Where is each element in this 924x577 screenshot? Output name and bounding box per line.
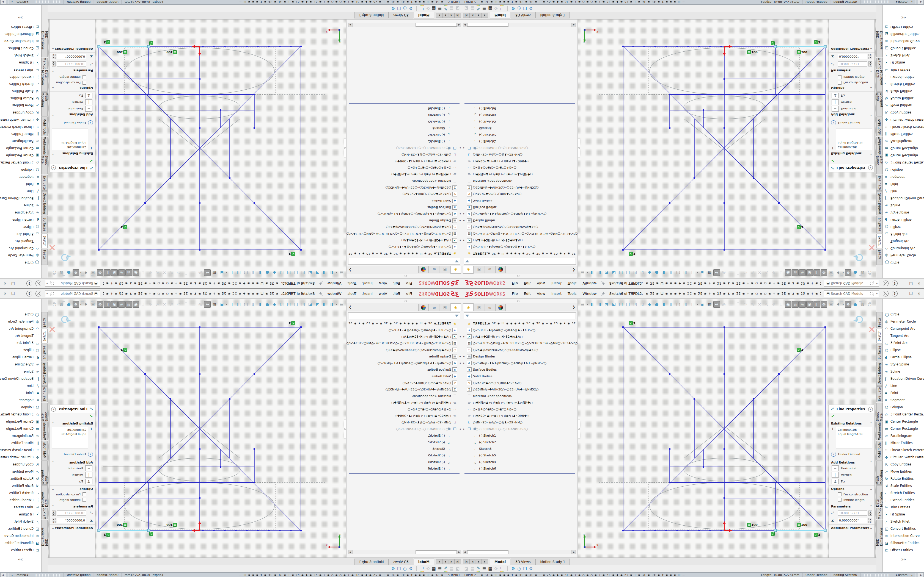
toolbar-icon[interactable]: ✕: [756, 269, 763, 276]
tab-weldments[interactable]: Weldments: [42, 422, 48, 440]
rollback-bar[interactable]: [349, 103, 460, 104]
tool-convert-entities[interactable]: ◱Convert Entities: [0, 525, 41, 532]
tool-perimeter-circle[interactable]: ◎Perimeter Circle: [0, 318, 41, 325]
tree-row[interactable]: ⌞(-)Sketch1: [462, 138, 577, 145]
tree-row[interactable]: ▸▤Design Binder: [347, 353, 462, 359]
rollback-bar[interactable]: [464, 473, 575, 474]
menu-view[interactable]: View: [376, 280, 390, 287]
tool-style-spline[interactable]: ∿Style Spline: [883, 361, 924, 368]
toolbar-icon[interactable]: ⬔: [314, 301, 321, 308]
toolbar-icon[interactable]: ▢: [242, 269, 249, 276]
toolbar-icon[interactable]: ◰: [300, 301, 306, 308]
menu-file[interactable]: File: [404, 280, 415, 287]
options-header[interactable]: Options: [831, 86, 844, 90]
tool-tangent-arc[interactable]: ⌒Tangent Arc: [0, 238, 41, 245]
toolbar-icon[interactable]: ▢: [675, 301, 682, 308]
units-dropdown[interactable]: Custom▴: [893, 573, 916, 577]
restore-button[interactable]: ❐: [11, 281, 15, 285]
view-toolbar-icon[interactable]: ☰: [482, 6, 486, 11]
parameter-input[interactable]: 0.00000000°: [838, 54, 867, 60]
tab-mbd-dimensions[interactable]: MBD Dimensions: [876, 31, 882, 57]
menu-tools[interactable]: Tools: [345, 290, 359, 297]
toolbar-icon[interactable]: ◠: [176, 269, 182, 276]
rollback-bar[interactable]: [349, 473, 460, 474]
tool-stretch-entities[interactable]: ⌐Stretch Entities: [883, 489, 924, 496]
scroll-thumb[interactable]: [467, 550, 509, 554]
additional-parameters-header[interactable]: Additional Parameters: [55, 526, 93, 530]
tool-point[interactable]: ▪Point: [883, 389, 924, 396]
tree-row[interactable]: Σ○25ИN◎∘✚АU¤3Ɛ○∘○Ɛ3¤UА✚∘◎NИ52○: [462, 184, 577, 191]
tool-sketch-fillet[interactable]: ╭Sketch Fillet: [0, 52, 41, 59]
tab-data-migration[interactable]: Data Migration: [42, 485, 48, 507]
tree-row[interactable]: ▱○∙◎✚○*◉І○∘○І◉*○✚◎∙○: [462, 164, 577, 171]
tree-row[interactable]: ☰Material <not specified>: [462, 393, 577, 399]
tool-stretch-entities[interactable]: ⌐Stretch Entities: [0, 489, 41, 496]
menu-file[interactable]: File: [404, 290, 415, 297]
tree-row[interactable]: Σ○25ИN◎∘✚АU¤3Ɛ○∘○Ɛ3¤UА✚∘◎NИ52○: [347, 184, 462, 191]
restore-button[interactable]: ❐: [909, 281, 913, 285]
tree-row[interactable]: ▱○✚ИN◎♟+○*◉І○∘○І◉*○+♟◎NИ✚○: [462, 171, 577, 178]
toolbar-icon[interactable]: ∟: [140, 269, 146, 276]
toolbar-icon[interactable]: ●: [264, 269, 271, 276]
view-toolbar-icon[interactable]: ⚙: [391, 566, 395, 571]
tree-row[interactable]: ▸❒○253ƐИNАU+○∘○+UАNИƐ352○: [347, 145, 462, 152]
parameter-input[interactable]: 0.00000000°: [57, 517, 86, 523]
tab-surfaces[interactable]: Surfaces: [876, 216, 882, 233]
toolbar-icon[interactable]: ✕: [161, 269, 168, 276]
close-button[interactable]: ✕: [918, 281, 921, 285]
toolbar-icon[interactable]: ✎: [749, 301, 756, 308]
tab-configurationmanager[interactable]: ⊕: [485, 266, 495, 273]
view-toolbar-icon[interactable]: ⚙: [409, 566, 412, 571]
tool-intersection-curve[interactable]: ≋Intersection Curve: [0, 532, 41, 539]
tool-offset-entities[interactable]: ⊏Offset Entities: [883, 546, 924, 554]
view-toolbar-icon[interactable]: ∟: [420, 566, 424, 572]
toolbar-icon[interactable]: ▨: [706, 269, 713, 276]
toolbar-icon[interactable]: ▨: [211, 269, 218, 276]
check-badge[interactable]: ✓: [123, 225, 127, 229]
checkbox[interactable]: [838, 75, 842, 79]
tree-row[interactable]: ▥○25✚3Ɛ25○ИN◎∘✚ƆC3ƐUƐ25○∘○52ƐUƐ3CƆ✚∘◎NИ○…: [347, 230, 462, 237]
toolbar-icon[interactable]: ∿: [763, 301, 770, 308]
search-icon[interactable]: [51, 292, 54, 295]
tab-direct-editing[interactable]: Direct Editing: [42, 362, 48, 386]
equal-badge[interactable]: ≡: [123, 523, 127, 527]
tab-evaluate[interactable]: Evaluate: [876, 386, 882, 402]
toolbar-icon[interactable]: ∟: [140, 301, 146, 308]
tab-markup[interactable]: Markup: [876, 508, 882, 519]
tab-data-migration[interactable]: Data Migration: [42, 70, 48, 92]
tool-offset-entities[interactable]: ⊏Offset Entities: [883, 23, 924, 31]
spinner[interactable]: ▲▼: [869, 511, 872, 516]
tab-featuremanager[interactable]: ◈: [451, 266, 461, 274]
scroll-left-icon[interactable]: ◀: [457, 23, 461, 27]
tool-corner-rectangle[interactable]: ▭Corner Rectangle: [0, 425, 41, 432]
tab-markup[interactable]: Markup: [876, 58, 882, 69]
view-toolbar-icon[interactable]: ▦: [488, 6, 492, 11]
tab--[interactable]: ⋮: [876, 259, 882, 265]
check-badge[interactable]: ✓: [797, 348, 801, 352]
tree-row[interactable]: ▸❒○253ƐИNАU+○∘○+UАNИƐ352○: [347, 425, 462, 432]
view-toolbar-icon[interactable]: ◪: [456, 6, 460, 11]
search-dropdown-icon[interactable]: ▾: [47, 292, 49, 295]
tool-center-rectangle[interactable]: ▣Center Rectangle: [0, 418, 41, 425]
tree-row[interactable]: ▸A○25ИN◎∘✚А✚◎ИNА○∘○АNИ◎✚А✚∘◎NИ52○: [347, 211, 462, 218]
view-toolbar-icon[interactable]: ◷: [403, 6, 407, 11]
tree-filter-input[interactable]: [348, 313, 460, 319]
toolbar-icon[interactable]: ▣: [699, 269, 706, 276]
toolbar-icon[interactable]: ◨: [596, 301, 603, 308]
tool-move-entities[interactable]: ↗Move Entities: [883, 468, 924, 475]
toolbar-icon[interactable]: ▮: [661, 301, 667, 308]
toolbar-icon[interactable]: ◠: [742, 301, 748, 308]
vertical-icon[interactable]: │: [85, 472, 92, 477]
tree-row[interactable]: ▥○25✚3Ɛ25○ИN◎∘✚ƆC3ƐUƐ25○∘○52ƐUƐ3CƆ✚∘◎NИ○…: [347, 340, 462, 347]
add-relations-header[interactable]: Add Relations: [831, 461, 855, 464]
tree-row[interactable]: ▱○∙◎✚○*◉І○∘○І◉*○✚◎∙○: [347, 406, 462, 413]
vcr-button[interactable]: ◀: [469, 13, 475, 18]
toolbar-icon[interactable]: ▯: [228, 269, 235, 276]
toolbar-icon[interactable]: ⬔: [314, 269, 321, 276]
tab--[interactable]: ⋮: [42, 312, 48, 318]
equal-badge[interactable]: ≡: [173, 50, 177, 54]
panel-grip[interactable]: [462, 274, 577, 278]
pin-icon[interactable]: [318, 292, 322, 296]
tool-linear-sketch-pattern[interactable]: ⠿Linear Sketch Pattern: [0, 123, 41, 131]
toolbar-icon[interactable]: ◲: [278, 301, 285, 308]
